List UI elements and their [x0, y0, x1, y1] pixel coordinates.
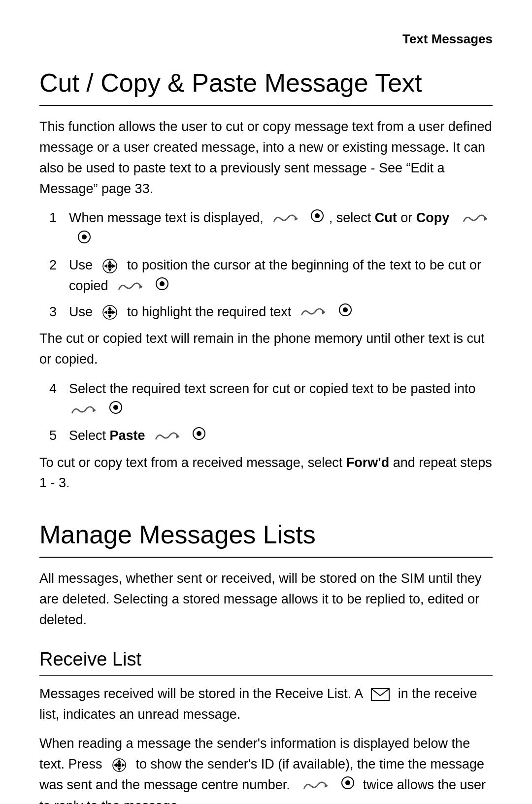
ok-icon-5 [192, 426, 206, 447]
subsection-receive-list: Receive List [39, 645, 493, 676]
menu-icon-1 [272, 212, 298, 226]
receive-list-para2: When reading a message the sender's info… [39, 734, 493, 804]
svg-point-2 [315, 213, 320, 218]
menu-icon-1b [462, 212, 487, 226]
svg-point-14 [160, 281, 165, 286]
svg-marker-32 [117, 759, 121, 763]
svg-point-11 [108, 264, 112, 268]
step-4: 4 Select the required text screen for cu… [39, 379, 493, 421]
nav-icon-3 [101, 303, 119, 321]
step-5: 5 Select Paste [39, 426, 493, 447]
menu-icon-5 [154, 430, 179, 443]
ok-icon-receive [341, 775, 355, 796]
menu-icon-receive [302, 779, 328, 793]
step-5-content: Select Paste [69, 426, 493, 447]
step-1-content: When message text is displayed, , select… [69, 208, 493, 250]
svg-point-5 [82, 234, 87, 239]
svg-point-29 [197, 431, 201, 436]
menu-icon-3 [299, 305, 325, 319]
step-3: 3 Use to highlight the required text [39, 302, 493, 323]
svg-point-23 [343, 307, 348, 312]
section2: Manage Messages Lists All messages, whet… [39, 515, 493, 804]
section1-intro: This function allows the user to cut or … [39, 117, 493, 199]
svg-marker-35 [122, 763, 125, 767]
step-2-content: Use to position the cursor at the beginn… [69, 255, 493, 297]
svg-point-39 [345, 780, 350, 785]
middle-text: The cut or copied text will remain in th… [39, 329, 493, 370]
svg-point-20 [108, 310, 112, 314]
svg-marker-7 [108, 260, 112, 264]
step-4-content: Select the required text screen for cut … [69, 379, 493, 421]
svg-marker-33 [117, 768, 121, 771]
steps-list-2: 4 Select the required text screen for cu… [39, 379, 493, 446]
ok-icon-3 [338, 302, 352, 323]
step-2-number: 2 [39, 255, 69, 276]
header-text: Text Messages [402, 32, 493, 46]
step-1-number: 1 [39, 208, 69, 229]
page-header: Text Messages [39, 30, 493, 49]
menu-icon-4 [70, 403, 96, 417]
svg-marker-19 [112, 310, 116, 314]
step-2: 2 Use to position the cursor at the begi… [39, 255, 493, 297]
svg-point-36 [117, 763, 121, 767]
svg-marker-17 [108, 315, 112, 318]
section2-intro: All messages, whether sent or received, … [39, 569, 493, 631]
envelope-icon [371, 688, 390, 702]
svg-marker-16 [108, 306, 112, 310]
step-3-number: 3 [39, 302, 69, 323]
nav-icon-receive [111, 757, 128, 773]
receive-list-para1: Messages received will be stored in the … [39, 684, 493, 725]
section1-title: Cut / Copy & Paste Message Text [39, 64, 493, 106]
section1-footer: To cut or copy text from a received mess… [39, 453, 493, 494]
ok-icon-4 [109, 400, 123, 421]
step-5-number: 5 [39, 426, 69, 446]
nav-icon-2 [101, 257, 119, 275]
step-1: 1 When message text is displayed, , sele… [39, 208, 493, 250]
menu-icon-2 [117, 280, 142, 294]
svg-point-26 [113, 405, 118, 410]
svg-marker-18 [104, 310, 107, 314]
step-3-content: Use to highlight the required text [69, 302, 493, 323]
svg-marker-9 [104, 264, 107, 268]
ok-icon-2 [155, 276, 169, 297]
steps-list-1: 1 When message text is displayed, , sele… [39, 208, 493, 323]
ok-icon-1 [310, 208, 324, 229]
svg-marker-34 [113, 763, 117, 767]
svg-marker-10 [112, 264, 116, 268]
svg-marker-8 [108, 268, 112, 272]
ok-icon-1b [77, 230, 91, 250]
step-4-number: 4 [39, 379, 69, 400]
section2-title: Manage Messages Lists [39, 515, 493, 558]
